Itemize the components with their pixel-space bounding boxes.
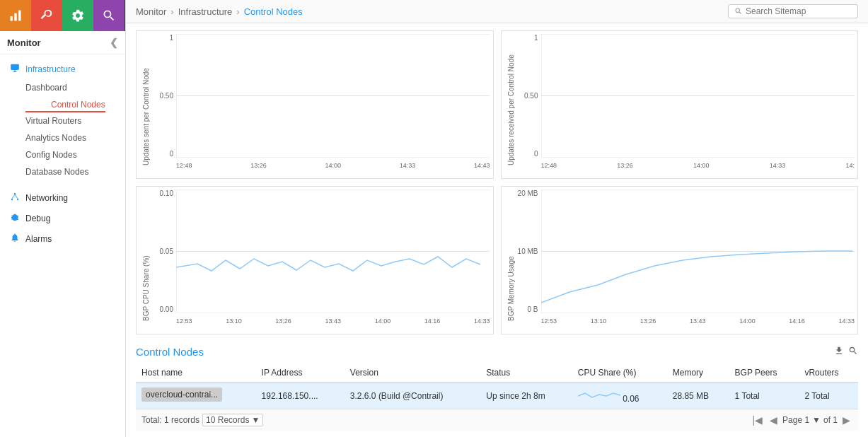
search-table-btn[interactable] [848, 346, 858, 358]
table-footer: Total: 1 records 10 Records ▼ |◀ ◀ Page … [136, 409, 858, 431]
sidebar-sub-control-nodes[interactable]: Control Nodes [25, 96, 105, 112]
first-page-btn[interactable]: |◀ [750, 414, 765, 426]
chart4-svg [541, 190, 855, 313]
col-cpu: CPU Share (%) [572, 363, 667, 383]
monitor-icon [10, 63, 20, 75]
configure-icon-btn[interactable] [31, 0, 62, 31]
chart2-y3: 0 [510, 150, 538, 158]
top-icon-bar [0, 0, 125, 31]
col-ip: IP Address [256, 363, 345, 383]
cell-ip: 192.168.150.... [256, 383, 345, 409]
chart4-x4: 13:43 [690, 317, 706, 325]
cell-version: 3.2.6.0 (Build @Contrail) [345, 383, 480, 409]
total-records-label: Total: 1 records [141, 415, 199, 425]
charts-row-2: BGP CPU Share (%) 0.10 0.05 0.00 [136, 186, 858, 334]
chart3-x5: 14:00 [375, 317, 391, 325]
chart1-x1: 12:48 [176, 162, 192, 169]
chart2-x2: 13:26 [617, 162, 633, 169]
chart2-x4: 14:33 [770, 162, 786, 169]
chart4-y2: 10 MB [510, 247, 538, 255]
chart2-x1: 12:48 [541, 162, 557, 169]
collapse-sidebar-btn[interactable]: ❮ [110, 37, 118, 48]
chart2-y2: 0.50 [510, 92, 538, 100]
charts-row-1: Updates sent per Control Node 1 0.50 0 [136, 30, 858, 179]
hostname-badge: overcloud-contrai... [141, 388, 222, 402]
breadcrumb-sep1: › [170, 6, 173, 17]
table-section: Control Nodes Host name IP Address Versi… [136, 346, 858, 431]
main-area: Monitor › Infrastructure › Control Nodes… [126, 0, 868, 437]
chart-bgp-memory: BGP Memory Usage 20 MB 10 MB 0 B [501, 186, 859, 334]
svg-line-10 [15, 194, 18, 199]
chart3-y3: 0.00 [145, 305, 173, 313]
cell-vrouters: 2 Total [799, 383, 858, 409]
sidebar-item-networking[interactable]: Networking [0, 187, 125, 208]
chart-updates-sent: Updates sent per Control Node 1 0.50 0 [136, 30, 494, 179]
chart2-x5: 14: [845, 162, 855, 169]
next-page-btn[interactable]: ▶ [840, 414, 852, 426]
search-icon-btn[interactable] [93, 0, 125, 31]
sidebar-header: Monitor ❮ [0, 31, 125, 54]
sidebar-infrastructure-section: Infrastructure Dashboard Control Nodes V… [0, 54, 125, 185]
sidebar: Monitor ❮ Infrastructure Dashboard Contr… [0, 0, 126, 437]
col-version: Version [345, 363, 480, 383]
debug-icon [10, 212, 20, 224]
sidebar-networking-label: Networking [25, 193, 68, 203]
footer-right: |◀ ◀ Page 1 ▼ of 1 ▶ [750, 414, 852, 426]
records-label: 10 Records [206, 415, 249, 425]
chart3-x1: 12:53 [176, 317, 192, 325]
svg-rect-3 [11, 64, 19, 70]
search-input[interactable] [746, 6, 852, 16]
sidebar-sub-dashboard[interactable]: Dashboard [0, 79, 125, 96]
sidebar-item-alarms[interactable]: Alarms [0, 228, 125, 249]
cell-bgp-peers: 1 Total [729, 383, 799, 409]
records-per-page-dropdown[interactable]: 10 Records ▼ [202, 414, 263, 426]
chart4-y3: 0 B [510, 305, 538, 313]
cell-hostname: overcloud-contrai... [136, 383, 256, 409]
breadcrumb-monitor[interactable]: Monitor [136, 6, 166, 17]
svg-point-7 [11, 199, 13, 200]
chart3-x3: 13:26 [275, 317, 291, 325]
cpu-sparkline [578, 388, 620, 402]
breadcrumb-infrastructure[interactable]: Infrastructure [178, 6, 233, 17]
chart1-x3: 14:00 [325, 162, 341, 169]
chart3-x6: 14:16 [424, 317, 441, 325]
dashboard-icon-btn[interactable] [0, 0, 31, 31]
chart1-x2: 13:26 [250, 162, 267, 169]
content-area: Updates sent per Control Node 1 0.50 0 [126, 23, 868, 437]
breadcrumb-sep2: › [236, 6, 239, 17]
control-nodes-table: Host name IP Address Version Status CPU … [136, 363, 858, 409]
chart1-y3: 0 [145, 150, 173, 158]
sidebar-sub-database-nodes[interactable]: Database Nodes [0, 163, 125, 180]
section-header: Control Nodes [136, 346, 858, 358]
chart-updates-received: Updates received per Control Node 1 0.50… [501, 30, 859, 179]
settings-icon-btn[interactable] [62, 0, 93, 31]
download-btn[interactable] [834, 346, 844, 358]
svg-point-6 [14, 193, 16, 194]
cell-cpu: 0.06 [572, 383, 667, 409]
svg-line-9 [12, 194, 15, 199]
page-label: Page 1 [782, 415, 809, 425]
cell-status: Up since 2h 8m [480, 383, 572, 409]
chart3-x4: 13:43 [325, 317, 341, 325]
sidebar-item-debug[interactable]: Debug [0, 208, 125, 228]
cell-memory: 28.85 MB [667, 383, 729, 409]
svg-point-8 [17, 199, 18, 200]
sidebar-sub-analytics-nodes[interactable]: Analytics Nodes [0, 129, 125, 146]
svg-rect-2 [18, 11, 21, 21]
prev-page-btn[interactable]: ◀ [768, 414, 780, 426]
chart2-svg [541, 34, 855, 158]
sidebar-alarms-label: Alarms [25, 234, 52, 244]
col-vrouters: vRouters [799, 363, 858, 383]
sidebar-sub-virtual-routers[interactable]: Virtual Routers [0, 112, 125, 129]
chart4-y1: 20 MB [510, 190, 538, 197]
section-title: Control Nodes [136, 346, 204, 358]
chart1-y2: 0.50 [145, 92, 173, 100]
chart4-x1: 12:53 [541, 317, 557, 325]
sidebar-sub-config-nodes[interactable]: Config Nodes [0, 146, 125, 163]
dropdown-arrow-icon: ▼ [251, 415, 260, 425]
chart4-x5: 14:00 [739, 317, 756, 325]
chart1-svg [176, 34, 490, 158]
breadcrumb-control-nodes[interactable]: Control Nodes [244, 6, 303, 17]
table-row[interactable]: overcloud-contrai... 192.168.150.... 3.2… [136, 383, 858, 409]
sidebar-item-infrastructure[interactable]: Infrastructure [0, 59, 125, 79]
